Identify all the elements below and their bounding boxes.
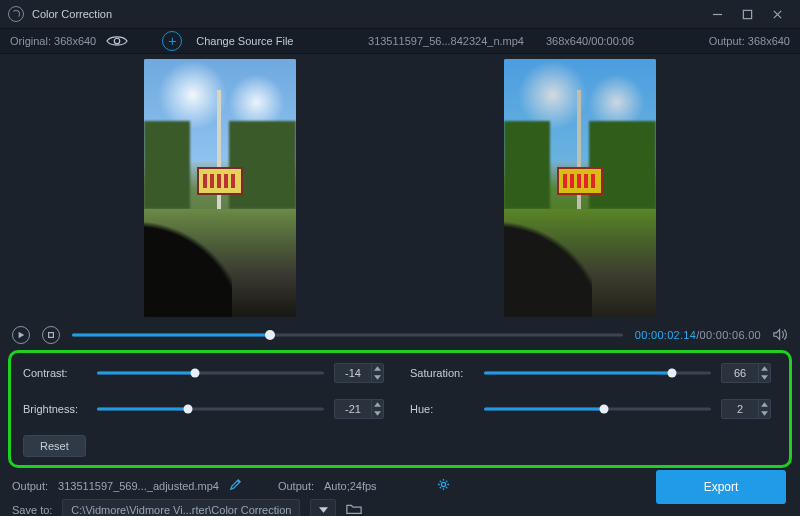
output-file-label: Output: bbox=[12, 480, 48, 492]
volume-icon[interactable] bbox=[773, 328, 788, 343]
brightness-control: Brightness: -21 bbox=[23, 399, 384, 419]
source-dims-duration: 368x640/00:00:06 bbox=[546, 35, 634, 47]
save-path-dropdown[interactable] bbox=[310, 499, 336, 516]
svg-rect-0 bbox=[743, 10, 751, 18]
source-filename: 313511597_56...842324_n.mp4 bbox=[368, 35, 524, 47]
app-icon bbox=[8, 6, 24, 22]
preview-area bbox=[0, 54, 800, 322]
gear-icon[interactable] bbox=[437, 478, 450, 493]
saturation-label: Saturation: bbox=[410, 367, 474, 379]
contrast-spinner[interactable]: -14 bbox=[334, 363, 384, 383]
saturation-spinner[interactable]: 66 bbox=[721, 363, 771, 383]
timeline-row: 00:00:02.14/00:00:06.00 bbox=[0, 322, 800, 348]
preview-original bbox=[144, 59, 296, 317]
maximize-button[interactable] bbox=[732, 0, 762, 28]
saturation-control: Saturation: 66 bbox=[410, 363, 771, 383]
output-filename: 313511597_569..._adjusted.mp4 bbox=[58, 480, 219, 492]
saturation-slider[interactable] bbox=[484, 366, 711, 380]
chevron-up-icon bbox=[372, 364, 383, 373]
brightness-slider[interactable] bbox=[97, 402, 324, 416]
chevron-down-icon bbox=[372, 373, 383, 382]
folder-icon[interactable] bbox=[346, 503, 362, 516]
minimize-button[interactable] bbox=[702, 0, 732, 28]
time-display: 00:00:02.14/00:00:06.00 bbox=[635, 329, 761, 341]
stop-button[interactable] bbox=[42, 326, 60, 344]
save-to-label: Save to: bbox=[12, 504, 52, 516]
output-settings-value: Auto;24fps bbox=[324, 480, 377, 492]
add-source-button[interactable]: + bbox=[162, 31, 182, 51]
output-settings-label: Output: bbox=[278, 480, 314, 492]
brightness-label: Brightness: bbox=[23, 403, 87, 415]
seek-slider[interactable] bbox=[72, 328, 623, 342]
eye-icon[interactable] bbox=[106, 34, 128, 48]
color-controls-panel: Contrast: -14 Saturation: 66 Brightness:… bbox=[8, 350, 792, 468]
svg-point-1 bbox=[115, 38, 121, 44]
contrast-label: Contrast: bbox=[23, 367, 87, 379]
contrast-control: Contrast: -14 bbox=[23, 363, 384, 383]
edit-icon[interactable] bbox=[229, 478, 242, 493]
contrast-slider[interactable] bbox=[97, 366, 324, 380]
hue-slider[interactable] bbox=[484, 402, 711, 416]
output-label: Output: 368x640 bbox=[709, 35, 790, 47]
change-source-link[interactable]: Change Source File bbox=[196, 35, 293, 47]
hue-control: Hue: 2 bbox=[410, 399, 771, 419]
hue-spinner[interactable]: 2 bbox=[721, 399, 771, 419]
save-path-field[interactable]: C:\Vidmore\Vidmore Vi...rter\Color Corre… bbox=[62, 499, 300, 516]
close-button[interactable] bbox=[762, 0, 792, 28]
original-label: Original: 368x640 bbox=[10, 35, 96, 47]
svg-point-3 bbox=[441, 482, 445, 486]
title-bar: Color Correction bbox=[0, 0, 800, 28]
svg-rect-2 bbox=[49, 333, 54, 338]
export-button[interactable]: Export bbox=[656, 470, 786, 504]
hue-label: Hue: bbox=[410, 403, 474, 415]
preview-output bbox=[504, 59, 656, 317]
play-button[interactable] bbox=[12, 326, 30, 344]
brightness-spinner[interactable]: -21 bbox=[334, 399, 384, 419]
reset-button[interactable]: Reset bbox=[23, 435, 86, 457]
window-title: Color Correction bbox=[32, 8, 112, 20]
info-bar: Original: 368x640 + Change Source File 3… bbox=[0, 28, 800, 54]
